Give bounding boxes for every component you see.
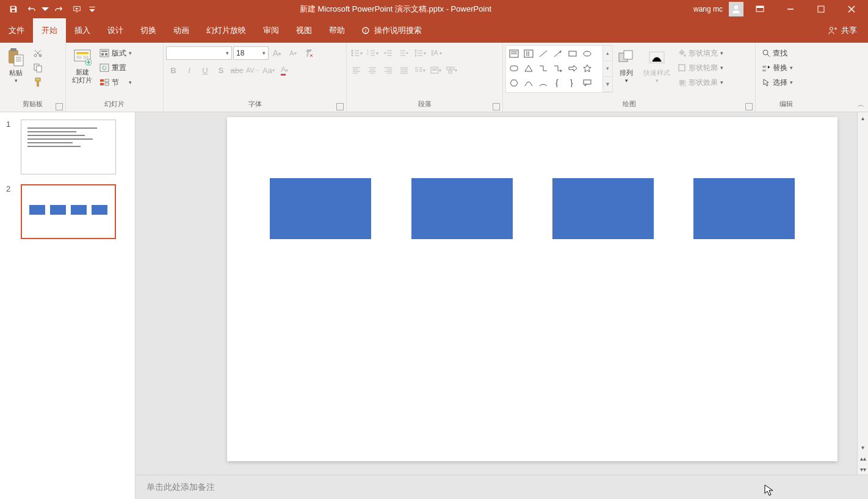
tab-review[interactable]: 审阅 [255,18,288,43]
bullets-button[interactable]: ▾ [349,46,364,60]
font-name-combo[interactable]: ▾ [166,46,232,60]
replace-button[interactable]: abac替换▾ [759,61,795,74]
shape-rectangle-1[interactable] [270,178,371,239]
bold-button[interactable]: B [166,63,181,77]
shape-vtextbox-icon[interactable] [522,47,535,60]
thumbnail-preview-1[interactable] [21,120,116,174]
next-slide-button[interactable]: ▾▾ [858,464,868,475]
shadow-button[interactable]: S [214,63,228,77]
tab-animations[interactable]: 动画 [165,18,198,43]
tab-view[interactable]: 视图 [288,18,320,43]
format-painter-button[interactable] [31,76,45,89]
section-button[interactable]: 节▾ [97,76,134,89]
save-button[interactable] [5,1,22,18]
shape-arc-icon[interactable] [537,76,550,90]
find-button[interactable]: 查找 [759,46,795,60]
thumbnail-2[interactable]: 2 [0,182,135,246]
reset-button[interactable]: 重置 [97,61,134,74]
shape-curve-icon[interactable] [522,76,535,90]
text-direction-button[interactable]: ‖A▾ [429,46,443,60]
minimize-button[interactable] [776,0,805,18]
clear-formatting-button[interactable] [302,46,316,60]
redo-button[interactable] [50,1,67,18]
ribbon-display-options-button[interactable] [746,0,774,18]
font-size-combo[interactable]: 18▾ [233,46,269,60]
shapes-gallery[interactable]: { } [505,45,603,93]
undo-dropdown[interactable] [42,1,49,18]
shape-fill-button[interactable]: 形状填充▾ [675,46,726,60]
strikethrough-button[interactable]: abc [230,63,244,77]
shape-rectangle-3[interactable] [552,178,654,239]
shape-rightarrow-icon[interactable] [566,62,579,75]
clipboard-dialog-launcher[interactable] [56,103,63,110]
shape-triangle-icon[interactable] [522,62,535,75]
layout-button[interactable]: 版式▾ [97,46,134,60]
shape-line-icon[interactable] [537,47,550,60]
tab-slideshow[interactable]: 幻灯片放映 [198,18,255,43]
quick-styles-button[interactable]: 快速样式▾ [640,45,674,86]
align-text-button[interactable]: ▾ [429,63,443,77]
shape-rectangle-icon[interactable] [566,47,579,60]
cut-button[interactable] [31,46,45,60]
smartart-button[interactable]: ▾ [444,63,459,77]
close-button[interactable] [837,0,866,18]
shape-star-icon[interactable] [580,62,594,75]
canvas-scroll-area[interactable] [136,112,868,475]
thumbnail-preview-2[interactable] [21,184,116,239]
thumbnail-1[interactable]: 1 [0,117,135,182]
character-spacing-button[interactable]: AV↔ [245,63,260,77]
user-name[interactable]: wang mc [693,5,723,13]
shape-callout-icon[interactable] [580,76,594,90]
font-dialog-launcher[interactable] [336,103,344,110]
new-slide-button[interactable]: 新建 幻灯片 [68,45,96,87]
tab-insert[interactable]: 插入 [66,18,99,43]
prev-slide-button[interactable]: ▴▴ [858,453,868,464]
shape-arrow-icon[interactable] [551,47,565,60]
shape-connector-icon[interactable] [537,62,550,75]
line-spacing-button[interactable]: ▾ [413,46,427,60]
justify-button[interactable] [397,63,411,77]
underline-button[interactable]: U [198,63,212,77]
font-color-button[interactable]: A▾ [277,63,292,77]
shape-rectangle-2[interactable] [411,178,513,239]
shape-textbox-icon[interactable] [507,47,521,60]
notes-pane[interactable]: 单击此处添加备注 [136,475,868,499]
decrease-font-button[interactable]: A▾ [286,46,300,60]
tab-design[interactable]: 设计 [99,18,132,43]
scroll-up-button[interactable]: ▴ [858,112,868,123]
scroll-down-button[interactable]: ▾ [858,442,868,453]
shape-elbow-arrow-icon[interactable] [551,62,565,75]
user-avatar[interactable] [729,2,743,16]
share-button[interactable]: 共享 [817,18,868,43]
shape-effects-button[interactable]: 形状效果▾ [675,76,726,89]
tell-me-search[interactable]: 操作说明搜索 [353,18,429,43]
shape-roundrect-icon[interactable] [507,62,521,75]
align-left-button[interactable] [349,63,364,77]
increase-font-button[interactable]: A▴ [270,46,284,60]
shape-oval-icon[interactable] [580,47,594,60]
shape-rectangle-4[interactable] [693,178,795,239]
shape-brace-right-icon[interactable]: } [566,76,579,90]
change-case-button[interactable]: Aa▾ [261,63,276,77]
tab-help[interactable]: 帮助 [320,18,353,43]
tab-transitions[interactable]: 切换 [132,18,165,43]
shape-hexagon-icon[interactable] [507,76,521,90]
arrange-button[interactable]: 排列▾ [613,45,640,86]
undo-button[interactable] [23,1,40,18]
tab-file[interactable]: 文件 [0,18,33,43]
columns-button[interactable]: ▾ [413,63,427,77]
decrease-indent-button[interactable] [381,46,396,60]
maximize-button[interactable] [807,0,835,18]
align-center-button[interactable] [365,63,380,77]
shape-outline-button[interactable]: 形状轮廓▾ [675,61,726,74]
drawing-dialog-launcher[interactable] [745,103,753,110]
italic-button[interactable]: I [182,63,197,77]
increase-indent-button[interactable] [397,46,411,60]
copy-button[interactable] [31,61,45,74]
start-from-beginning-button[interactable] [68,1,85,18]
vertical-scrollbar[interactable]: ▴ ▾ ▴▴ ▾▾ [857,112,868,475]
paste-button[interactable]: 粘贴 ▾ [2,45,29,86]
shapes-gallery-scroll[interactable]: ▴▾▼ [603,45,613,93]
numbering-button[interactable]: 12▾ [365,46,380,60]
shape-brace-left-icon[interactable]: { [551,76,565,90]
